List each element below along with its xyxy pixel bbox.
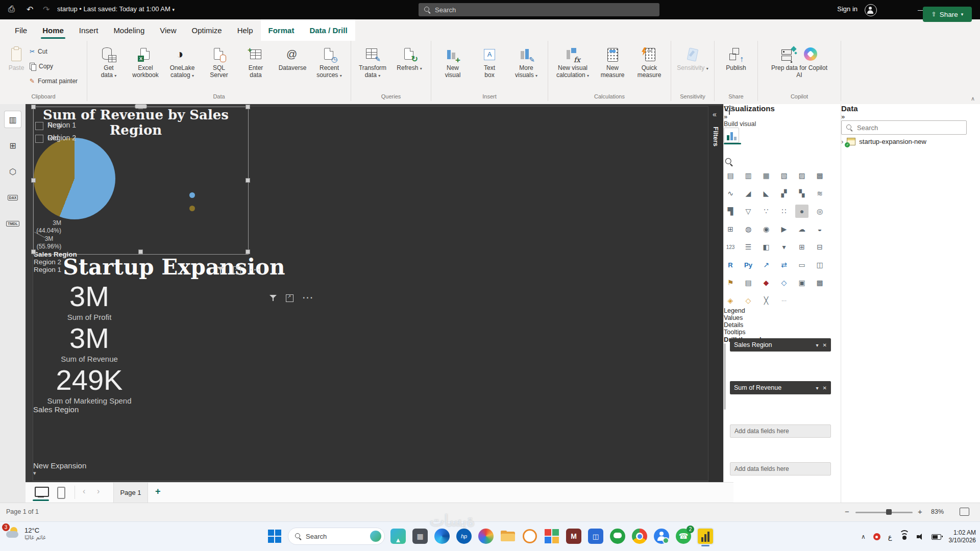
chat-app-icon[interactable] [609, 528, 626, 545]
report-canvas[interactable]: Sum of Revenue by Sales Region3M (44.04%… [26, 104, 733, 482]
tab-file[interactable]: File [7, 19, 35, 41]
file-explorer-icon[interactable] [499, 528, 517, 545]
expand-icon[interactable]: › [841, 138, 843, 145]
visual-type-line-chart[interactable]: ∿ [724, 187, 737, 200]
mail-app-icon[interactable]: M [565, 528, 582, 545]
power-bi-icon[interactable] [697, 528, 714, 545]
format-painter-button[interactable]: ✎Format painter [30, 74, 78, 88]
tab-help[interactable]: Help [230, 19, 261, 41]
get-data-button[interactable]: Getdata ▾ [90, 44, 127, 80]
visual-type-pie-chart[interactable]: ● [795, 205, 808, 218]
global-search-input[interactable]: Search [419, 3, 659, 16]
tab-format[interactable]: Format [261, 19, 302, 41]
visual-type-image-visual[interactable]: ▩ [813, 276, 826, 289]
chevron-down-icon[interactable]: ▾ [816, 342, 819, 348]
model-view-icon[interactable]: ⬡ [5, 163, 21, 180]
report-page[interactable]: Sum of Revenue by Sales Region3M (44.04%… [33, 106, 727, 481]
slicer-sales-region[interactable]: Sales RegionRegion 1Region 2 [33, 405, 161, 461]
visual-type-matrix[interactable]: ⊟ [813, 240, 826, 254]
analytics-tab-icon[interactable] [724, 157, 736, 169]
language-indicator[interactable]: ع [888, 533, 892, 541]
collapse-pane-icon[interactable]: » [841, 113, 980, 120]
selection-handle[interactable] [246, 178, 250, 183]
page-tab[interactable]: Page 1 [113, 483, 148, 503]
hp-app-icon[interactable]: hp [455, 528, 473, 545]
more-options-icon[interactable]: ··· [250, 265, 261, 274]
tab-home[interactable]: Home [35, 19, 71, 41]
visual-type-waterfall-chart[interactable]: ▜ [724, 205, 737, 218]
refresh-button[interactable]: ↻Refresh ▾ [391, 44, 428, 72]
field-pill-sum-of-revenue[interactable]: Sum of Revenue▾✕ [730, 381, 831, 394]
visual-type-smart-narrative[interactable]: ▭ [795, 258, 808, 271]
collapse-ribbon-icon[interactable]: ∧ [971, 95, 975, 102]
focus-mode-icon[interactable] [286, 294, 293, 302]
new-visual-button[interactable]: +Newvisual [434, 44, 471, 79]
visual-type-filled-map[interactable]: ◉ [760, 222, 773, 236]
selection-handle[interactable] [138, 249, 143, 254]
edge-browser-icon[interactable] [433, 528, 451, 545]
taskbar-search[interactable]: Search [288, 528, 385, 545]
visual-type-table[interactable]: ⊞ [795, 240, 808, 254]
collapse-pane-icon[interactable]: » [724, 113, 841, 120]
visual-type-r-script[interactable]: R [724, 258, 737, 271]
visual-type-line-stacked-column-chart[interactable]: ▞ [777, 187, 791, 200]
dev-app-icon[interactable]: ▦ [411, 528, 429, 545]
visual-type-multi-row-card[interactable]: ☰ [742, 240, 755, 254]
chevron-down-icon[interactable]: ▾ [33, 470, 161, 477]
visual-type-100-stacked-column-chart[interactable]: ▩ [813, 169, 826, 182]
office-app-icon[interactable] [543, 528, 560, 545]
share-button[interactable]: ⇧ Share ▾ [923, 7, 972, 22]
fit-to-page-icon[interactable] [960, 508, 969, 516]
visual-type-map[interactable]: ◍ [742, 222, 755, 236]
new-page-button[interactable]: + [155, 486, 161, 497]
visual-type-line-clustered-column-chart[interactable]: ▚ [795, 187, 808, 200]
visual-type-clustered-column-chart[interactable]: ▧ [777, 169, 791, 182]
visual-type-power-apps[interactable]: ◆ [760, 276, 773, 289]
recent-sources-button[interactable]: ◷Recentsources ▾ [311, 44, 348, 80]
tab-insert[interactable]: Insert [71, 19, 106, 41]
cut-button[interactable]: ✂Cut [30, 45, 78, 58]
filter-icon[interactable] [270, 294, 277, 302]
slicer-item-label[interactable]: New [47, 121, 62, 129]
field-pill-sales-region[interactable]: Sales Region▾✕ [730, 338, 831, 352]
visual-type-custom-visual-2[interactable]: ◇ [742, 294, 755, 307]
mobile-layout-icon[interactable] [57, 487, 65, 499]
slicer-item-label[interactable]: Old [47, 134, 59, 142]
sign-in-button[interactable]: Sign in [837, 5, 857, 13]
visual-type-funnel-chart[interactable]: ▽ [742, 205, 755, 218]
visual-type-donut-chart[interactable]: ◎ [813, 205, 826, 218]
desktop-layout-icon[interactable] [35, 487, 49, 497]
format-visual-tab-icon[interactable] [724, 144, 736, 157]
next-page-icon[interactable]: › [97, 487, 100, 496]
visual-type-custom-visual-3[interactable]: ╳ [760, 294, 773, 307]
tab-optimize[interactable]: Optimize [184, 19, 230, 41]
visual-type-slicer[interactable]: ▾ [777, 240, 791, 254]
store-app-icon[interactable]: ◫ [587, 528, 604, 545]
visual-type-python-script[interactable]: Py [742, 258, 755, 271]
visual-type-paginated-report[interactable]: ▤ [742, 276, 755, 289]
quick-measure-button[interactable]: Quickmeasure [631, 44, 668, 79]
pie-plot[interactable] [34, 138, 115, 219]
drive-app-icon[interactable] [521, 528, 538, 545]
sql-server-button[interactable]: SQLServer [201, 44, 237, 79]
onelake-catalog-button[interactable]: ◑OneLakecatalog ▾ [164, 44, 201, 80]
data-model-item[interactable]: ›✓startup-expansion-new [841, 135, 974, 148]
zoom-slider-thumb[interactable] [886, 509, 892, 515]
dataverse-button[interactable]: @Dataverse [274, 44, 311, 71]
excel-workbook-button[interactable]: XExcelworkbook [127, 44, 164, 79]
whatsapp-icon[interactable]: ☎2 [675, 528, 692, 545]
field-placeholder[interactable]: Add data fields here [730, 462, 831, 475]
visual-type-q-and-a[interactable]: ◫ [813, 258, 826, 271]
new-measure-button[interactable]: Newmeasure [594, 44, 631, 79]
chevron-down-icon[interactable]: ▾ [816, 385, 819, 391]
selection-handle[interactable] [246, 249, 250, 254]
expand-filters-icon[interactable]: « [713, 110, 717, 118]
filter-icon[interactable] [217, 266, 224, 273]
selection-handle[interactable] [246, 105, 250, 109]
build-visual-tab-icon[interactable] [724, 128, 739, 143]
visual-type-area-chart[interactable]: ◢ [742, 187, 755, 200]
report-view-icon[interactable]: ▥ [5, 111, 21, 128]
visual-type-metrics[interactable]: ⚑ [724, 276, 737, 289]
text-box-button[interactable]: ATextbox [471, 44, 508, 79]
visual-type-shape-map[interactable]: ▶ [777, 222, 791, 236]
